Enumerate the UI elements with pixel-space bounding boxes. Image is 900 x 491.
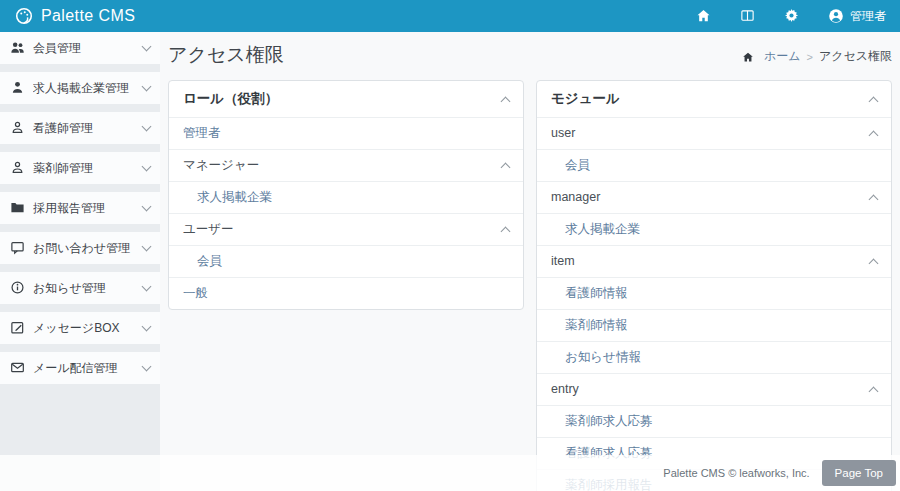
chevron-up-icon bbox=[869, 259, 879, 269]
breadcrumb-separator: > bbox=[806, 51, 812, 63]
settings-button[interactable] bbox=[784, 8, 800, 24]
module-group-row[interactable]: item bbox=[537, 245, 891, 277]
sidebar-item-label: 採用報告管理 bbox=[33, 200, 136, 217]
user-name-label: 管理者 bbox=[850, 8, 886, 25]
person-solid-icon bbox=[10, 80, 26, 96]
module-row[interactable]: 看護師情報 bbox=[537, 277, 891, 309]
chevron-down-icon bbox=[142, 162, 152, 172]
folder-icon bbox=[10, 200, 26, 216]
topbar-actions: 管理者 bbox=[696, 8, 886, 25]
module-group-row[interactable]: entry bbox=[537, 373, 891, 405]
roles-panel-header[interactable]: ロール（役割） bbox=[169, 81, 523, 117]
sidebar-item-members[interactable]: 会員管理 bbox=[0, 32, 160, 64]
sidebar-item-label: お問い合わせ管理 bbox=[33, 240, 136, 257]
brand-logo[interactable]: Palette CMS bbox=[14, 6, 135, 26]
page-top-button[interactable]: Page Top bbox=[822, 460, 896, 486]
panels-container: ロール（役割） 管理者 マネージャー 求人掲載企業 ユーザー 会員 一般 bbox=[168, 80, 892, 491]
palette-logo-icon bbox=[14, 6, 34, 26]
info-circle-icon bbox=[10, 280, 26, 296]
page-title: アクセス権限 bbox=[168, 42, 284, 68]
breadcrumb: ホーム > アクセス権限 bbox=[742, 48, 892, 68]
person-circle-icon bbox=[828, 8, 844, 24]
module-row[interactable]: お知らせ情報 bbox=[537, 341, 891, 373]
chevron-up-icon bbox=[501, 163, 511, 173]
sidebar-item-label: 求人掲載企業管理 bbox=[33, 80, 136, 97]
role-row[interactable]: 管理者 bbox=[169, 117, 523, 149]
sidebar-item-mail-delivery[interactable]: メール配信管理 bbox=[0, 352, 160, 384]
sidebar-item-inquiries[interactable]: お問い合わせ管理 bbox=[0, 232, 160, 264]
sidebar-item-label: 看護師管理 bbox=[33, 120, 136, 137]
person-outline-icon bbox=[10, 120, 26, 136]
home-icon bbox=[742, 51, 758, 63]
sidebar-item-label: お知らせ管理 bbox=[33, 280, 136, 297]
module-row[interactable]: 薬剤師求人応募 bbox=[537, 405, 891, 437]
chevron-down-icon bbox=[142, 322, 152, 332]
brand-name: Palette CMS bbox=[41, 7, 135, 25]
sidebar-item-job-companies[interactable]: 求人掲載企業管理 bbox=[0, 72, 160, 104]
module-row[interactable]: 会員 bbox=[537, 149, 891, 181]
chevron-up-icon bbox=[869, 96, 879, 106]
sidebar-item-label: メール配信管理 bbox=[33, 360, 136, 377]
page-head: アクセス権限 ホーム > アクセス権限 bbox=[168, 42, 892, 68]
top-bar: Palette CMS bbox=[0, 0, 900, 32]
role-group-row[interactable]: ユーザー bbox=[169, 213, 523, 245]
module-row[interactable]: 求人掲載企業 bbox=[537, 213, 891, 245]
user-menu-button[interactable]: 管理者 bbox=[828, 8, 886, 25]
chevron-up-icon bbox=[501, 96, 511, 106]
chevron-down-icon bbox=[142, 42, 152, 52]
chevron-down-icon bbox=[142, 362, 152, 372]
sidebar-item-pharmacists[interactable]: 薬剤師管理 bbox=[0, 152, 160, 184]
sidebar-item-nurses[interactable]: 看護師管理 bbox=[0, 112, 160, 144]
chevron-up-icon bbox=[869, 131, 879, 141]
chevron-up-icon bbox=[869, 387, 879, 397]
module-group-row[interactable]: user bbox=[537, 117, 891, 149]
copyright-text: Palette CMS © leafworks, Inc. bbox=[663, 467, 809, 479]
role-row[interactable]: 一般 bbox=[169, 277, 523, 309]
chevron-down-icon bbox=[142, 282, 152, 292]
chevron-down-icon bbox=[142, 122, 152, 132]
sidebar-item-label: 会員管理 bbox=[33, 40, 136, 57]
roles-panel-title: ロール（役割） bbox=[183, 90, 278, 108]
person-outline-icon bbox=[10, 160, 26, 176]
chevron-down-icon bbox=[142, 202, 152, 212]
envelope-icon bbox=[10, 360, 26, 376]
modules-panel-title: モジュール bbox=[551, 90, 620, 108]
sidebar-item-message-box[interactable]: メッセージBOX bbox=[0, 312, 160, 344]
role-group-row[interactable]: マネージャー bbox=[169, 149, 523, 181]
role-row[interactable]: 求人掲載企業 bbox=[169, 181, 523, 213]
pencil-square-icon bbox=[10, 320, 26, 336]
chevron-up-icon bbox=[869, 195, 879, 205]
home-button[interactable] bbox=[696, 8, 712, 24]
roles-panel: ロール（役割） 管理者 マネージャー 求人掲載企業 ユーザー 会員 一般 bbox=[168, 80, 524, 310]
chat-square-icon bbox=[10, 240, 26, 256]
page-footer: Palette CMS © leafworks, Inc. Page Top bbox=[0, 455, 900, 491]
modules-panel-header[interactable]: モジュール bbox=[537, 81, 891, 117]
gear-icon bbox=[784, 8, 800, 24]
role-row[interactable]: 会員 bbox=[169, 245, 523, 277]
chevron-down-icon bbox=[142, 242, 152, 252]
sidebar-item-label: メッセージBOX bbox=[33, 320, 136, 337]
breadcrumb-home-link[interactable]: ホーム bbox=[764, 48, 801, 65]
site-view-button[interactable] bbox=[740, 8, 756, 24]
sidebar-item-notices[interactable]: お知らせ管理 bbox=[0, 272, 160, 304]
columns-icon bbox=[740, 8, 756, 24]
module-row[interactable]: 薬剤師情報 bbox=[537, 309, 891, 341]
chevron-up-icon bbox=[501, 227, 511, 237]
sidebar-item-hiring-reports[interactable]: 採用報告管理 bbox=[0, 192, 160, 224]
sidebar: 会員管理 求人掲載企業管理 看護師管理 薬剤師管理 bbox=[0, 32, 160, 491]
modules-panel: モジュール user 会員 manager 求人掲載企業 item bbox=[536, 80, 892, 491]
main-content: アクセス権限 ホーム > アクセス権限 ロール（役割） 管理者 マネージャー bbox=[160, 32, 900, 491]
chevron-down-icon bbox=[142, 82, 152, 92]
home-icon bbox=[696, 8, 712, 24]
people-icon bbox=[10, 40, 26, 56]
breadcrumb-current: アクセス権限 bbox=[819, 48, 892, 65]
module-group-row[interactable]: manager bbox=[537, 181, 891, 213]
sidebar-item-label: 薬剤師管理 bbox=[33, 160, 136, 177]
